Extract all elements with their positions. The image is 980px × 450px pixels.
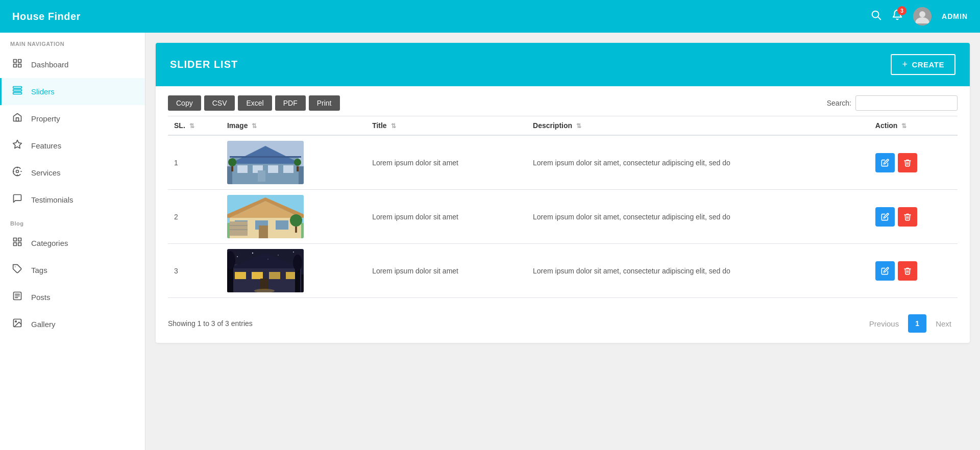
testimonials-icon xyxy=(12,193,23,206)
svg-rect-7 xyxy=(18,64,21,67)
svg-marker-12 xyxy=(13,140,22,148)
svg-rect-31 xyxy=(268,165,278,173)
svg-point-13 xyxy=(16,170,19,173)
svg-rect-46 xyxy=(276,220,288,230)
table-header-row: SL. ⇅ Image ⇅ Title ⇅ xyxy=(168,116,958,136)
sidebar-item-testimonials[interactable]: Testimonials xyxy=(0,186,145,213)
sidebar-item-services[interactable]: Services xyxy=(0,159,145,186)
sidebar-label-services: Services xyxy=(31,168,61,177)
sidebar-item-dashboard[interactable]: Dashboard xyxy=(0,51,145,78)
svg-rect-34 xyxy=(230,156,301,158)
search-area: Search: xyxy=(827,95,958,111)
search-input[interactable] xyxy=(855,95,958,111)
avatar[interactable] xyxy=(913,7,932,26)
svg-rect-32 xyxy=(283,165,293,173)
sort-icon-desc: ⇅ xyxy=(576,122,581,130)
col-image[interactable]: Image ⇅ xyxy=(221,116,366,136)
blog-section-label: Blog xyxy=(0,213,145,230)
col-action[interactable]: Action ⇅ xyxy=(869,116,958,136)
cell-sl-2: 2 xyxy=(168,190,221,244)
svg-point-65 xyxy=(278,255,279,256)
svg-point-63 xyxy=(237,256,238,257)
sidebar-item-property[interactable]: Property xyxy=(0,105,145,132)
sidebar-label-sliders: Sliders xyxy=(31,87,55,96)
cell-image-3 xyxy=(221,244,366,298)
sort-icon-image: ⇅ xyxy=(252,122,257,130)
property-icon xyxy=(12,112,23,125)
showing-text: Showing 1 to 3 of 3 entries xyxy=(168,319,253,328)
svg-rect-16 xyxy=(14,243,17,246)
sort-icon-action: ⇅ xyxy=(901,122,906,130)
delete-button-2[interactable] xyxy=(898,207,917,227)
edit-button-2[interactable] xyxy=(875,207,895,227)
svg-rect-38 xyxy=(297,166,299,171)
svg-rect-6 xyxy=(14,64,17,67)
search-icon[interactable] xyxy=(870,9,881,23)
table-row: 1 xyxy=(168,135,958,190)
nav-label: MAIN NAVIGATION xyxy=(0,33,145,51)
svg-rect-5 xyxy=(18,60,21,63)
features-icon xyxy=(12,139,23,152)
page-number-1[interactable]: 1 xyxy=(908,314,926,333)
table-row: 2 xyxy=(168,190,958,244)
sidebar-item-tags[interactable]: Tags xyxy=(0,257,145,284)
posts-icon xyxy=(12,291,23,304)
copy-button[interactable]: Copy xyxy=(168,95,201,111)
csv-button[interactable]: CSV xyxy=(204,95,235,111)
toolbar-buttons: Copy CSV Excel PDF Print xyxy=(168,95,340,111)
svg-rect-48 xyxy=(230,221,248,236)
svg-rect-4 xyxy=(14,60,17,63)
sidebar: MAIN NAVIGATION Dashboard Sliders xyxy=(0,33,145,450)
table-footer: Showing 1 to 3 of 3 entries Previous 1 N… xyxy=(156,308,970,343)
col-title[interactable]: Title ⇅ xyxy=(366,116,527,136)
topbar-right: 3 ADMIN xyxy=(870,7,968,26)
edit-button-3[interactable] xyxy=(875,261,895,281)
table-wrap: SL. ⇅ Image ⇅ Title ⇅ xyxy=(156,116,970,308)
print-button[interactable]: Print xyxy=(309,95,340,111)
excel-button[interactable]: Excel xyxy=(238,95,272,111)
col-description[interactable]: Description ⇅ xyxy=(527,116,869,136)
svg-point-64 xyxy=(252,253,253,254)
cell-desc-1: Lorem ipsum dolor sit amet, consectetur … xyxy=(527,135,869,190)
sort-icon-title: ⇅ xyxy=(391,122,396,130)
create-button[interactable]: + CREATE xyxy=(891,54,955,75)
sort-icon-sl: ⇅ xyxy=(189,122,194,130)
edit-button-1[interactable] xyxy=(875,153,895,172)
svg-rect-9 xyxy=(13,89,22,91)
svg-line-1 xyxy=(878,17,880,19)
sidebar-label-tags: Tags xyxy=(31,266,47,274)
cell-desc-2: Lorem ipsum dolor sit amet, consectetur … xyxy=(527,190,869,244)
pdf-button[interactable]: PDF xyxy=(275,95,306,111)
sidebar-item-posts[interactable]: Posts xyxy=(0,284,145,311)
sidebar-item-features[interactable]: Features xyxy=(0,132,145,159)
username-label: ADMIN xyxy=(942,12,968,20)
delete-button-3[interactable] xyxy=(898,261,917,281)
notification-badge: 3 xyxy=(897,6,906,15)
house-image-3 xyxy=(227,249,304,292)
action-buttons-3 xyxy=(875,261,951,281)
col-sl[interactable]: SL. ⇅ xyxy=(168,116,221,136)
table-toolbar: Copy CSV Excel PDF Print Search: xyxy=(156,86,970,116)
topbar: House Finder 3 ADMIN xyxy=(0,0,980,33)
cell-title-3: Lorem ipsum dolor sit amet xyxy=(366,244,527,298)
search-label: Search: xyxy=(827,99,851,107)
sidebar-item-sliders[interactable]: Sliders xyxy=(0,78,145,105)
svg-rect-47 xyxy=(259,226,268,238)
cell-action-2 xyxy=(869,190,958,244)
sidebar-item-categories[interactable]: Categories xyxy=(0,230,145,257)
sidebar-item-gallery[interactable]: Gallery xyxy=(0,311,145,338)
cell-title-1: Lorem ipsum dolor sit amet xyxy=(366,135,527,190)
previous-button[interactable]: Previous xyxy=(863,316,905,331)
next-button[interactable]: Next xyxy=(929,316,958,331)
content-area: SLIDER LIST + CREATE Copy CSV Excel PDF … xyxy=(145,33,980,450)
tags-icon xyxy=(12,264,23,277)
notification-icon[interactable]: 3 xyxy=(892,9,903,23)
delete-button-1[interactable] xyxy=(898,153,917,172)
svg-rect-17 xyxy=(18,243,21,246)
app-title: House Finder xyxy=(12,11,81,22)
cell-image-1 xyxy=(221,135,366,190)
slider-table: SL. ⇅ Image ⇅ Title ⇅ xyxy=(168,116,958,298)
table-row: 3 xyxy=(168,244,958,298)
svg-point-66 xyxy=(293,252,294,253)
cell-desc-3: Lorem ipsum dolor sit amet, consectetur … xyxy=(527,244,869,298)
